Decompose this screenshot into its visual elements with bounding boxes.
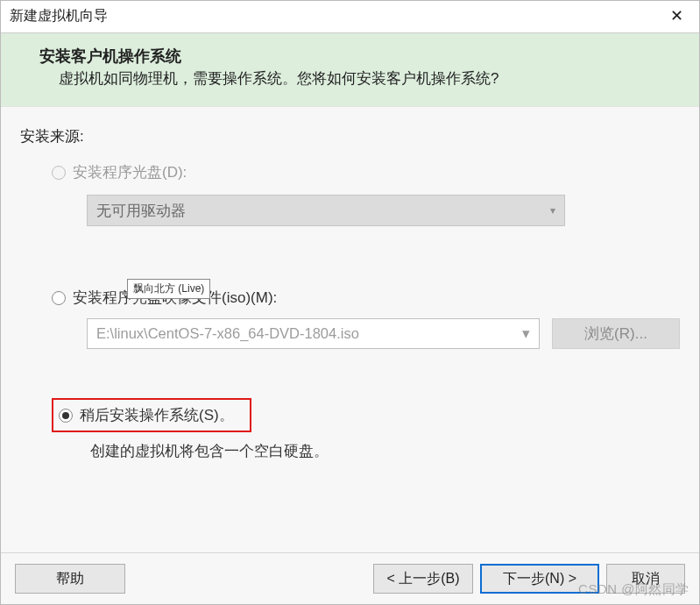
later-note: 创建的虚拟机将包含一个空白硬盘。 bbox=[52, 441, 680, 461]
option-disc-label: 安装程序光盘(D): bbox=[73, 162, 187, 182]
chevron-down-icon: ▾ bbox=[550, 204, 555, 217]
wizard-footer: 帮助 < 上一步(B) 下一步(N) > 取消 bbox=[1, 552, 699, 604]
wizard-header: 安装客户机操作系统 虚拟机如同物理机，需要操作系统。您将如何安装客户机操作系统? bbox=[1, 32, 699, 107]
next-button[interactable]: 下一步(N) > bbox=[480, 564, 599, 594]
drive-combo-text: 无可用驱动器 bbox=[96, 201, 186, 221]
install-source-label: 安装来源: bbox=[20, 126, 680, 146]
chevron-down-icon: ▾ bbox=[522, 325, 530, 342]
drive-combo: 无可用驱动器 ▾ bbox=[87, 195, 565, 226]
iso-path-combo: E:\linux\CentOS-7-x86_64-DVD-1804.iso ▾ bbox=[87, 318, 540, 349]
back-button[interactable]: < 上一步(B) bbox=[373, 564, 473, 594]
option-later-highlight: 稍后安装操作系统(S)。 bbox=[52, 398, 251, 432]
option-installer-disc: 安装程序光盘(D): bbox=[52, 162, 680, 182]
title-bar: 新建虚拟机向导 ✕ bbox=[1, 1, 699, 32]
close-icon[interactable]: ✕ bbox=[665, 6, 689, 25]
header-subtitle: 虚拟机如同物理机，需要操作系统。您将如何安装客户机操作系统? bbox=[39, 68, 675, 89]
media-tooltip: 飘向北方 (Live) bbox=[127, 279, 210, 299]
iso-row: E:\linux\CentOS-7-x86_64-DVD-1804.iso ▾ … bbox=[52, 318, 680, 349]
iso-path-text: E:\linux\CentOS-7-x86_64-DVD-1804.iso bbox=[96, 325, 359, 342]
radio-iso[interactable] bbox=[52, 291, 66, 305]
radio-later[interactable] bbox=[59, 409, 73, 423]
radio-disc bbox=[52, 166, 66, 180]
option-later-label: 稍后安装操作系统(S)。 bbox=[80, 405, 234, 425]
wizard-window: 新建虚拟机向导 ✕ 安装客户机操作系统 虚拟机如同物理机，需要操作系统。您将如何… bbox=[0, 0, 700, 605]
cancel-button[interactable]: 取消 bbox=[606, 564, 685, 594]
header-title: 安装客户机操作系统 bbox=[39, 46, 675, 67]
help-button[interactable]: 帮助 bbox=[15, 564, 125, 594]
wizard-content: 安装来源: 安装程序光盘(D): 无可用驱动器 ▾ 飘向北方 (Live) 安装… bbox=[1, 107, 699, 552]
browse-button: 浏览(R)... bbox=[552, 318, 680, 349]
nav-buttons: < 上一步(B) 下一步(N) > 取消 bbox=[373, 564, 685, 594]
window-title: 新建虚拟机向导 bbox=[10, 7, 108, 25]
option-install-later[interactable]: 稍后安装操作系统(S)。 bbox=[59, 405, 234, 425]
